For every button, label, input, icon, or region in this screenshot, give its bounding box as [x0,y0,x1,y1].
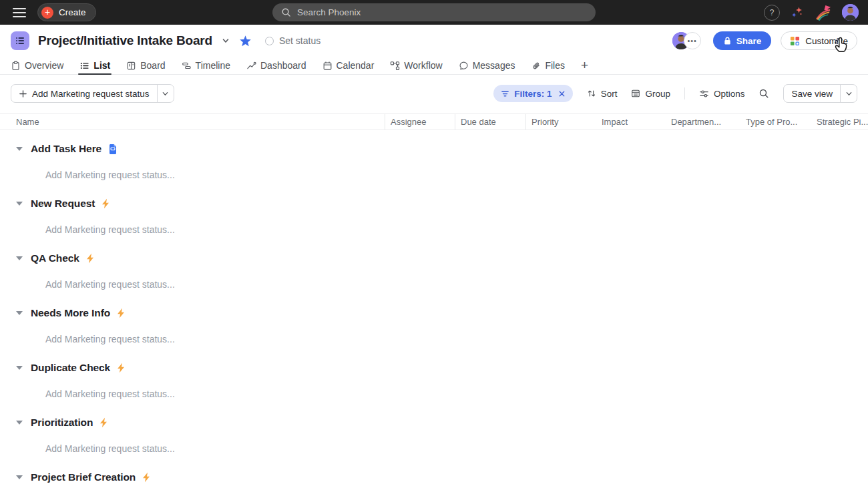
group-prioritization: Prioritization Add Marketing request sta… [0,413,868,459]
tab-messages[interactable]: Messages [459,57,515,74]
favorite-star-icon[interactable] [239,35,252,47]
tab-board[interactable]: Board [126,57,165,74]
page-title: Project/Initiative Intake Board [38,33,212,48]
add-task-placeholder[interactable]: Add Marketing request status... [0,274,868,294]
filter-icon [501,89,509,98]
share-button-label: Share [736,36,762,46]
create-button[interactable]: + Create [37,3,96,21]
tab-calendar[interactable]: Calendar [322,57,375,74]
tab-overview[interactable]: Overview [11,57,63,74]
filters-label: Filters: 1 [514,89,552,99]
share-button[interactable]: Share [713,31,772,50]
sort-button[interactable]: Sort [587,89,618,99]
toolbar-divider [684,87,685,99]
group-title: New Request [31,198,95,210]
user-avatar[interactable] [842,4,859,21]
group-title: Project Brief Creation [31,471,136,483]
sort-label: Sort [601,89,618,99]
kanban-icon [126,61,136,71]
board-list-icon[interactable] [11,31,29,50]
add-task-placeholder[interactable]: Add Marketing request status... [0,220,868,240]
tab-label: Timeline [196,60,230,71]
group-header[interactable]: Add Task Here [0,139,868,159]
add-task-placeholder[interactable]: Add Marketing request status... [0,384,868,404]
more-members-button[interactable]: ••• [684,32,701,49]
collapse-caret-icon[interactable] [16,475,23,479]
tab-timeline[interactable]: Timeline [182,57,230,74]
help-label: ? [770,8,775,17]
status-circle-icon [265,37,274,45]
column-header-due-date[interactable]: Due date [455,114,525,130]
collapse-caret-icon[interactable] [16,421,23,425]
timeline-icon [182,61,192,71]
phoenix-logo-icon[interactable] [814,3,832,21]
column-header-strategic[interactable]: Strategic Pi... [811,114,868,130]
group-duplicate-check: Duplicate Check Add Marketing request st… [0,358,868,404]
group-button[interactable]: Group [631,89,670,99]
column-header-department[interactable]: Departmen... [666,114,740,130]
column-header-assignee[interactable]: Assignee [385,114,455,130]
save-view-button[interactable]: Save view [784,85,840,102]
group-add-task-here: Add Task Here Add Marketing request stat… [0,139,868,185]
group-header[interactable]: Prioritization [0,413,868,433]
options-button[interactable]: Options [699,89,745,99]
filters-chip[interactable]: Filters: 1 [493,85,572,102]
group-header[interactable]: Project Brief Creation [0,467,868,486]
collapse-caret-icon[interactable] [16,256,23,260]
group-title: QA Check [31,252,79,264]
chevron-down-icon[interactable] [221,36,230,45]
set-status-label: Set status [279,35,320,46]
column-header-type-of-project[interactable]: Type of Pro... [740,114,811,130]
options-label: Options [714,89,745,99]
list-body: Add Task Here Add Marketing request stat… [0,139,868,486]
bolt-icon [101,198,110,209]
workflow-icon [390,61,400,71]
view-toolbar: Add Marketing request status Filters: 1 … [0,75,868,103]
collapse-caret-icon[interactable] [16,366,23,370]
group-header[interactable]: New Request [0,194,868,214]
options-sliders-icon [699,89,709,99]
tab-label: List [93,60,110,71]
group-header[interactable]: QA Check [0,248,868,268]
add-status-split-button: Add Marketing request status [11,84,174,103]
collapse-caret-icon[interactable] [16,311,23,315]
column-header-name[interactable]: Name [0,114,385,130]
clipboard-icon [11,61,21,71]
list-icon [79,61,89,71]
tab-files[interactable]: Files [531,57,565,74]
group-header[interactable]: Needs More Info [0,303,868,323]
help-button[interactable]: ? [764,5,780,21]
add-marketing-request-status-button[interactable]: Add Marketing request status [11,85,157,102]
add-task-placeholder[interactable]: Add Marketing request status... [0,165,868,185]
tab-workflow[interactable]: Workflow [390,57,442,74]
save-view-dropdown-button[interactable] [840,85,857,102]
customize-button[interactable]: Customize [781,31,857,50]
add-task-placeholder[interactable]: Add Marketing request status... [0,439,868,459]
column-header-priority[interactable]: Priority [525,114,596,130]
group-icon [631,89,640,98]
tab-dashboard[interactable]: Dashboard [246,57,306,74]
column-header-impact[interactable]: Impact [596,114,666,130]
paperclip-icon [531,61,541,71]
add-view-button[interactable]: + [581,59,588,73]
hamburger-menu-icon[interactable] [13,8,26,17]
group-header[interactable]: Duplicate Check [0,358,868,378]
search-input[interactable] [297,7,578,17]
tab-label: Messages [473,60,515,71]
customize-button-label: Customize [805,36,848,46]
tab-list[interactable]: List [79,57,110,74]
global-search[interactable] [272,3,596,21]
bolt-icon [116,362,126,373]
group-needs-more-info: Needs More Info Add Marketing request st… [0,303,868,349]
sort-icon [587,89,596,98]
add-task-placeholder[interactable]: Add Marketing request status... [0,329,868,349]
ai-sparkles-icon[interactable] [790,5,804,19]
collapse-caret-icon[interactable] [16,147,23,151]
collapse-caret-icon[interactable] [16,202,23,206]
set-status-button[interactable]: Set status [265,35,320,46]
search-in-view-icon[interactable] [758,88,769,99]
close-icon[interactable] [558,90,566,97]
doc-icon [107,144,118,155]
message-icon [459,61,469,71]
add-status-dropdown-button[interactable] [157,85,174,102]
